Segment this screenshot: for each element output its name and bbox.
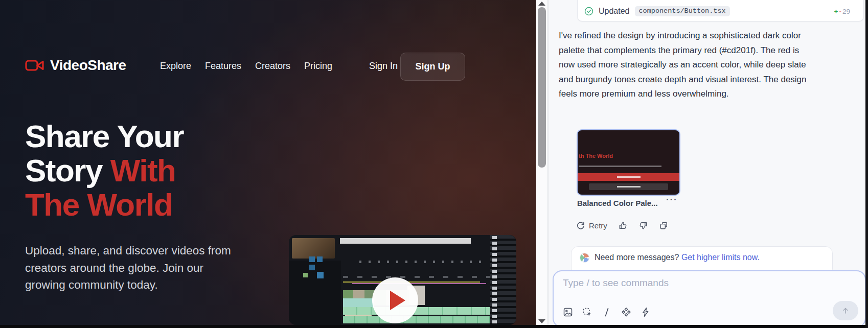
- thumbs-up-icon: [618, 221, 628, 230]
- assistant-message: I've refined the design by introducing a…: [559, 29, 814, 102]
- diff-count: 29: [842, 8, 850, 15]
- thumbs-down-icon: [638, 221, 648, 230]
- refresh-icon: [576, 221, 585, 230]
- brand-pie-icon: [580, 253, 589, 263]
- hero-video-preview[interactable]: [289, 235, 516, 325]
- check-circle-icon: [584, 7, 593, 16]
- lightning-icon: [641, 307, 651, 317]
- artifact-title: Balanced Color Pale...: [577, 199, 658, 207]
- editor-source-thumbnail: [292, 238, 335, 259]
- retry-button[interactable]: Retry: [576, 221, 607, 230]
- video-camera-icon: [25, 59, 44, 72]
- thumbs-up-button[interactable]: [618, 221, 628, 230]
- image-icon: [563, 307, 573, 317]
- editor-timeline-ruler: [343, 276, 496, 278]
- composer-toolbar: [563, 307, 651, 317]
- play-button[interactable]: [372, 277, 418, 323]
- nav-links: Explore Features Creators Pricing: [160, 61, 332, 72]
- diff-stat: + - 29: [834, 8, 850, 15]
- artifact-menu-button[interactable]: ···: [666, 195, 677, 205]
- chat-panel: Updated components/Button.tsx + - 29 I'v…: [548, 0, 865, 325]
- artifact-thumb-heading: th The World: [579, 153, 613, 159]
- hero-line-3: The World: [25, 188, 184, 222]
- screen: VideoShare Explore Features Creators Pri…: [0, 0, 868, 328]
- play-icon: [390, 291, 405, 310]
- select-element-button[interactable]: [582, 307, 592, 317]
- arrow-up-icon: [841, 306, 850, 315]
- select-cursor-icon: [582, 307, 592, 317]
- editor-left-panel: [289, 261, 341, 325]
- nav-link-creators[interactable]: Creators: [255, 61, 290, 72]
- website-preview: VideoShare Explore Features Creators Pri…: [0, 0, 536, 325]
- brand-name: VideoShare: [50, 57, 126, 74]
- sign-in-link[interactable]: Sign In: [369, 61, 398, 72]
- scrollbar-thumb[interactable]: [538, 7, 546, 168]
- tool-card-label: Updated: [599, 7, 630, 16]
- editor-topbar: [340, 238, 471, 244]
- scroll-down-arrow[interactable]: [538, 319, 545, 323]
- artifact-thumbnail[interactable]: th The World: [577, 129, 680, 196]
- slash-icon: [602, 307, 612, 317]
- hero-paragraph: Upload, share, and discover videos from …: [25, 242, 245, 294]
- quick-actions-button[interactable]: [641, 307, 651, 317]
- upgrade-link[interactable]: Get higher limits now.: [681, 253, 760, 262]
- preview-scrollbar[interactable]: [536, 0, 548, 325]
- editor-file-list: [490, 235, 516, 325]
- attach-image-button[interactable]: [563, 307, 573, 317]
- thumbs-down-button[interactable]: [638, 221, 648, 230]
- window-bottom-edge: [0, 325, 868, 328]
- editor-audio-track: [343, 307, 496, 315]
- slash-commands-button[interactable]: [602, 307, 612, 317]
- limits-text: Need more messages?: [595, 253, 679, 262]
- brand: VideoShare: [25, 57, 126, 74]
- window-right-edge: [865, 0, 868, 328]
- nav-link-explore[interactable]: Explore: [160, 61, 191, 72]
- site-navbar: VideoShare Explore Features Creators Pri…: [25, 53, 516, 81]
- hero-line-1: Share Your: [25, 119, 184, 153]
- message-actions: Retry: [576, 221, 669, 230]
- hero-line-2: Story With: [25, 153, 184, 188]
- sign-up-button[interactable]: Sign Up: [400, 53, 465, 81]
- file-chip: components/Button.tsx: [635, 6, 730, 16]
- nav-link-features[interactable]: Features: [205, 61, 241, 72]
- nav-link-pricing[interactable]: Pricing: [304, 61, 332, 72]
- chat-input[interactable]: [563, 277, 778, 289]
- tool-update-card[interactable]: Updated components/Button.tsx + - 29: [577, 0, 864, 21]
- editor-toolbar: [359, 261, 485, 263]
- hero-title: Share Your Story With The World: [25, 119, 184, 222]
- composer: [553, 270, 866, 327]
- integrations-button[interactable]: [621, 307, 631, 317]
- send-button[interactable]: [833, 301, 858, 320]
- scroll-up-arrow[interactable]: [538, 2, 545, 6]
- copy-button[interactable]: [659, 221, 669, 230]
- copy-icon: [659, 221, 669, 230]
- diamonds-icon: [621, 307, 631, 317]
